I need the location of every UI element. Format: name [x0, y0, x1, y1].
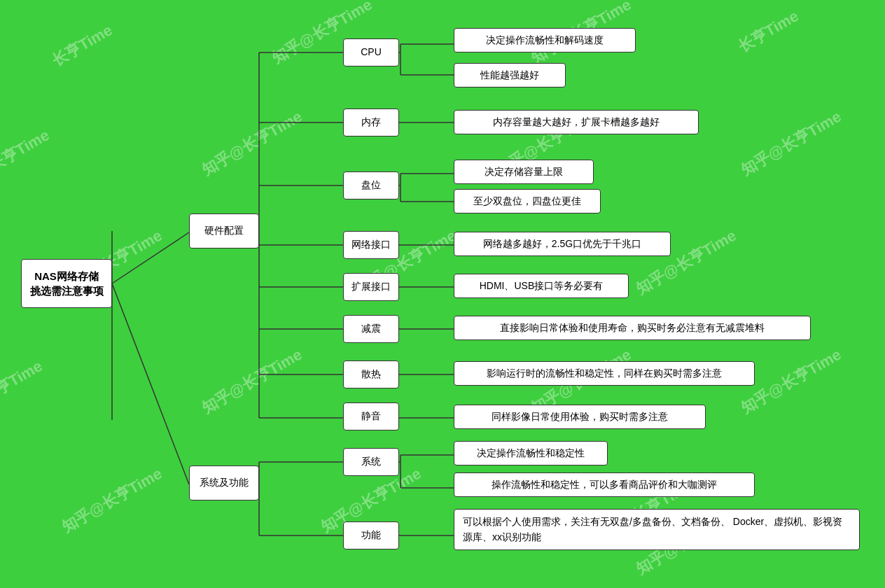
- expand-detail-1: HDMI、USB接口等务必要有: [454, 274, 629, 298]
- system-label: 系统及功能: [200, 476, 249, 490]
- func-detail-1: 可以根据个人使用需求，关注有无双盘/多盘备份、文档备份、 Docker、虚拟机、…: [454, 509, 860, 550]
- memory-node: 内存: [343, 108, 399, 136]
- memory-label: 内存: [361, 115, 381, 130]
- cooling-node: 散热: [343, 360, 399, 388]
- hardware-node: 硬件配置: [189, 214, 259, 248]
- svg-line-1: [112, 232, 189, 284]
- cpu-detail-2-label: 性能越强越好: [480, 68, 539, 83]
- sys-detail-2: 操作流畅性和稳定性，可以多看商品评价和大咖测评: [454, 472, 755, 497]
- svg-line-2: [112, 284, 189, 484]
- damper-label: 减震: [361, 322, 381, 336]
- damper-detail-1: 直接影响日常体验和使用寿命，购买时务必注意有无减震堆料: [454, 316, 811, 340]
- quiet-detail-1-label: 同样影像日常使用体验，购买时需多注意: [492, 410, 668, 424]
- network-detail-1: 网络越多越好，2.5G口优先于千兆口: [454, 232, 671, 256]
- func-detail-1-label: 可以根据个人使用需求，关注有无双盘/多盘备份、文档备份、 Docker、虚拟机、…: [463, 514, 851, 545]
- func-label: 功能: [361, 528, 381, 542]
- cpu-detail-2: 性能越强越好: [454, 63, 566, 88]
- disk-detail-2-label: 至少双盘位，四盘位更佳: [473, 194, 581, 209]
- diskslot-node: 盘位: [343, 172, 399, 200]
- watermark-16: 知乎@长亨Time: [58, 463, 166, 538]
- damper-node: 减震: [343, 315, 399, 343]
- root-node: NAS网络存储 挑选需注意事项: [21, 259, 112, 308]
- hardware-label: 硬件配置: [204, 224, 244, 238]
- watermark-13: 知乎@长亨Time: [198, 344, 306, 419]
- system-node: 系统及功能: [189, 465, 259, 500]
- disk-detail-1: 决定存储容量上限: [454, 160, 594, 184]
- cooling-detail-1-label: 影响运行时的流畅性和稳定性，同样在购买时需多注意: [487, 366, 722, 381]
- quiet-detail-1: 同样影像日常使用体验，购买时需多注意: [454, 405, 706, 429]
- sys-detail-2-label: 操作流畅性和稳定性，可以多看商品评价和大咖测评: [492, 477, 717, 492]
- expand-node: 扩展接口: [343, 273, 399, 301]
- watermark-5: 长亨Time: [0, 125, 53, 176]
- sys-detail-1: 决定操作流畅性和稳定性: [454, 441, 608, 465]
- cooling-label: 散热: [361, 368, 381, 382]
- func-node: 功能: [343, 522, 399, 550]
- quiet-node: 静音: [343, 402, 399, 430]
- disk-detail-1-label: 决定存储容量上限: [485, 164, 563, 179]
- damper-detail-1-label: 直接影响日常体验和使用寿命，购买时务必注意有无减震堆料: [500, 321, 765, 335]
- sys-label: 系统: [361, 455, 381, 469]
- connector-lines: [0, 0, 885, 588]
- disk-detail-2: 至少双盘位，四盘位更佳: [454, 189, 601, 214]
- network-node: 网络接口: [343, 231, 399, 259]
- network-detail-1-label: 网络越多越好，2.5G口优先于千兆口: [483, 237, 641, 251]
- watermark-1: 长亨Time: [48, 20, 116, 71]
- memory-detail-1-label: 内存容量越大越好，扩展卡槽越多越好: [493, 115, 660, 130]
- cpu-label: CPU: [361, 46, 382, 59]
- root-label: NAS网络存储 挑选需注意事项: [29, 269, 104, 298]
- quiet-label: 静音: [361, 410, 381, 424]
- expand-detail-1-label: HDMI、USB接口等务必要有: [480, 279, 604, 293]
- watermark-6: 知乎@长亨Time: [198, 106, 306, 181]
- expand-label: 扩展接口: [351, 280, 391, 294]
- diskslot-label: 盘位: [361, 178, 381, 192]
- watermark-12: 长亨Time: [0, 356, 46, 407]
- cpu-detail-1: 决定操作流畅性和解码速度: [454, 28, 636, 52]
- watermark-4: 长亨Time: [734, 6, 802, 57]
- cpu-node: CPU: [343, 38, 399, 66]
- sys-detail-1-label: 决定操作流畅性和稳定性: [477, 446, 585, 461]
- cooling-detail-1: 影响运行时的流畅性和稳定性，同样在购买时需多注意: [454, 361, 755, 386]
- memory-detail-1: 内存容量越大越好，扩展卡槽越多越好: [454, 110, 699, 134]
- network-label: 网络接口: [351, 238, 391, 252]
- watermark-layer: 长亨Time 知乎@长亨Time 知乎@长亨Time 长亨Time 长亨Time…: [0, 0, 885, 588]
- sys-node: 系统: [343, 448, 399, 476]
- cpu-detail-1-label: 决定操作流畅性和解码速度: [486, 33, 604, 48]
- watermark-8: 知乎@长亨Time: [737, 106, 845, 181]
